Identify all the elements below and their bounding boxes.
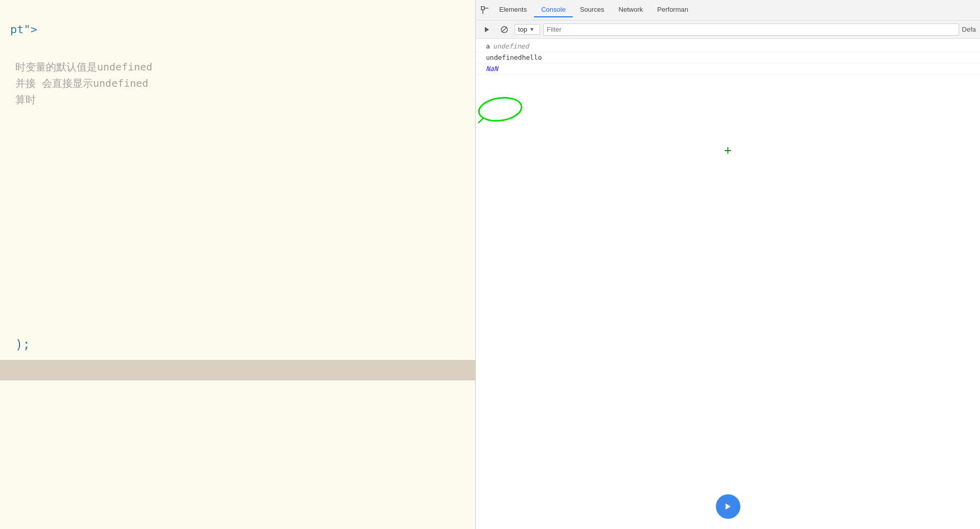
svg-line-5 [502,27,507,32]
default-label: Defa [962,26,976,33]
tab-network[interactable]: Network [612,3,650,17]
execute-icon[interactable] [480,22,494,37]
bottom-action-button[interactable] [716,494,740,519]
svg-marker-3 [485,27,489,32]
chinese-line-2: 并接 会直接显示undefined [15,75,460,91]
clear-console-icon[interactable] [497,22,511,37]
svg-rect-0 [481,7,484,10]
inspect-icon[interactable] [478,3,492,17]
filter-input[interactable] [543,23,959,36]
devtools-panel: Elements Console Sources Network Perform… [475,0,980,529]
console-entry-undefinedhello: undefinedhello [476,52,980,63]
chinese-line-1: 时变量的默认值是undefined [15,59,460,75]
nan-annotation-circle [476,91,537,127]
devtools-tab-bar: Elements Console Sources Network Perform… [476,0,980,20]
remaining-area [0,380,475,529]
console-entries-wrapper: a undefined undefinedhello NaN + [476,41,980,75]
add-expression-button[interactable]: + [724,143,731,157]
console-entry-nan: NaN [476,63,980,75]
code-line-top: pt"> [10,20,460,38]
code-line-bottom: ); [0,330,475,359]
context-arrow: ▼ [529,27,534,32]
tab-sources[interactable]: Sources [573,3,612,17]
entry-value-nan: NaN [486,65,498,73]
context-selector[interactable]: top ▼ [515,24,540,35]
entry-value-undefined: undefined [493,42,529,50]
svg-line-7 [478,118,483,123]
chinese-line-3: 算时 [15,91,460,108]
tab-elements[interactable]: Elements [492,3,534,17]
svg-point-6 [477,95,523,123]
tab-performance[interactable]: Performan [650,3,695,17]
console-output: a undefined undefinedhello NaN + [476,39,980,529]
console-entry-a-undefined: a undefined [476,41,980,52]
left-panel: pt"> 时变量的默认值是undefined 并接 会直接显示undefined… [0,0,475,529]
entry-label-a: a [486,42,490,50]
entry-value-undefinedhello: undefinedhello [486,54,542,61]
console-toolbar: top ▼ Defa [476,20,980,39]
svg-marker-8 [726,503,731,510]
tab-console[interactable]: Console [534,3,573,17]
separator-bar [0,360,475,380]
